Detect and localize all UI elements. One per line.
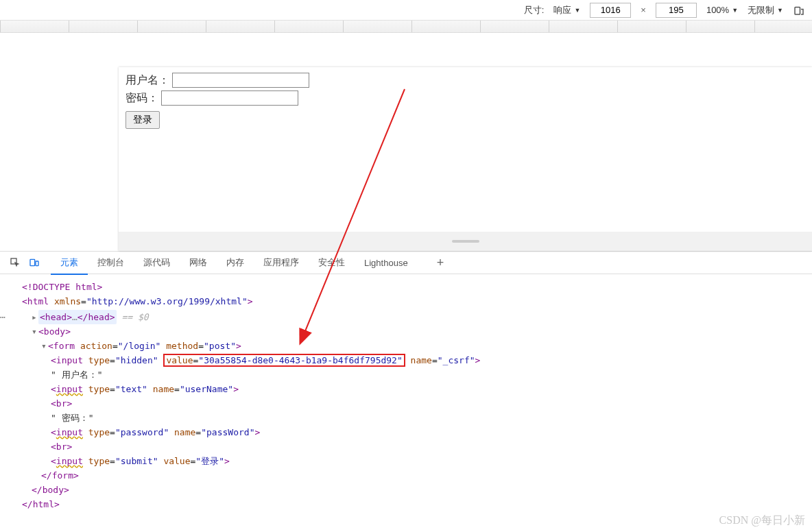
zoom-dropdown[interactable]: 100% ▼	[706, 5, 738, 15]
elements-panel[interactable]: <!DOCTYPE html> <html xmlns="http://www.…	[0, 274, 812, 516]
dom-line[interactable]: </html>	[12, 497, 812, 511]
size-label: 尺寸:	[524, 4, 545, 16]
resize-handle[interactable]	[119, 232, 812, 251]
dom-line[interactable]: <input type="password" name="passWord">	[12, 425, 812, 439]
password-label: 密码：	[126, 92, 158, 104]
dom-line[interactable]: " 密码："	[12, 411, 812, 425]
login-button[interactable]: 登录	[126, 111, 160, 129]
dom-line[interactable]: ▾<form action="/login" method="post">	[12, 339, 812, 353]
tab-sources[interactable]: 源代码	[134, 251, 180, 274]
dom-line[interactable]: </body>	[12, 483, 812, 497]
dom-line[interactable]: <html xmlns="http://www.w3.org/1999/xhtm…	[12, 294, 812, 309]
dom-line[interactable]: <br>	[12, 396, 812, 411]
height-input[interactable]	[656, 3, 697, 18]
tab-network[interactable]: 网络	[180, 251, 217, 274]
inspect-icon[interactable]	[5, 253, 25, 272]
chevron-down-icon: ▼	[777, 7, 783, 14]
username-input[interactable]	[172, 73, 309, 88]
width-input[interactable]	[590, 3, 631, 18]
responsive-dropdown[interactable]: 响应 ▼	[553, 4, 580, 16]
dimension-separator: ×	[641, 5, 646, 15]
dom-line[interactable]: ⋯▸<head>…</head> == $0	[12, 310, 812, 324]
chevron-down-icon: ▼	[732, 7, 738, 14]
tab-elements[interactable]: 元素	[51, 252, 88, 275]
page-preview: 用户名： 密码： 登录	[0, 33, 812, 251]
svg-rect-0	[795, 7, 800, 14]
svg-rect-2	[30, 259, 35, 265]
tab-console[interactable]: 控制台	[88, 251, 134, 274]
tab-memory[interactable]: 内存	[217, 251, 254, 274]
devtools-tabstrip: 元素 控制台 源代码 网络 内存 应用程序 安全性 Lighthouse +	[0, 251, 812, 274]
rotate-icon[interactable]	[793, 4, 805, 16]
dom-line[interactable]: ▾<body>	[12, 324, 812, 339]
dom-line[interactable]: <input type="hidden" value="30a55854-d8e…	[12, 353, 812, 367]
add-tab-icon[interactable]: +	[431, 256, 450, 270]
dom-line[interactable]: <br>	[12, 439, 812, 454]
ruler	[0, 21, 812, 33]
watermark: CSDN @每日小新	[719, 513, 805, 528]
svg-rect-3	[36, 261, 38, 266]
throttle-dropdown[interactable]: 无限制 ▼	[748, 4, 783, 16]
password-input[interactable]	[161, 90, 298, 106]
dom-line[interactable]: <input type="text" name="userName">	[12, 382, 812, 396]
dom-line[interactable]: " 用户名："	[12, 367, 812, 382]
dom-line[interactable]: <!DOCTYPE html>	[12, 280, 812, 294]
dom-line[interactable]: </form>	[12, 468, 812, 483]
tab-application[interactable]: 应用程序	[254, 251, 309, 274]
rendered-page: 用户名： 密码： 登录	[119, 67, 812, 251]
device-toolbar: 尺寸: 响应 ▼ × 100% ▼ 无限制 ▼	[0, 0, 812, 21]
dom-line[interactable]: <input type="submit" value="登录">	[12, 454, 812, 468]
tab-lighthouse[interactable]: Lighthouse	[355, 251, 418, 274]
chevron-down-icon: ▼	[574, 7, 580, 14]
device-toggle-icon[interactable]	[25, 253, 44, 272]
username-label: 用户名：	[126, 74, 169, 86]
tab-security[interactable]: 安全性	[309, 251, 355, 274]
